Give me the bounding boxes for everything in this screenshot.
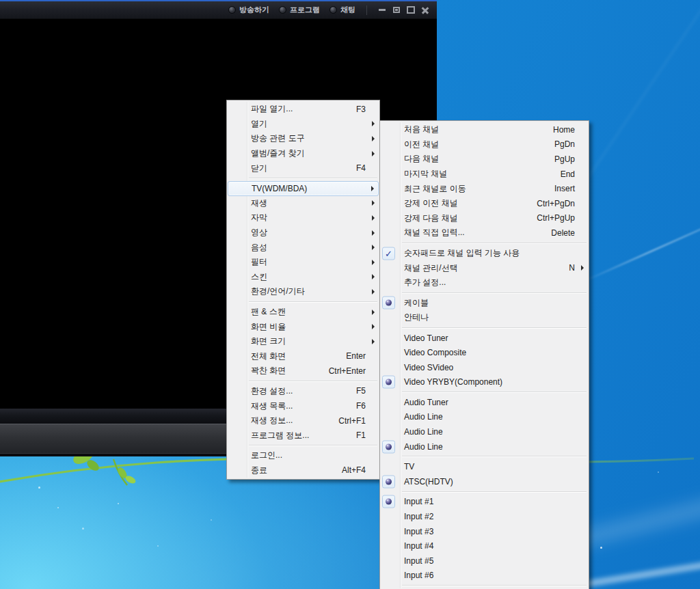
menu-item-label: 화면 비율 bbox=[251, 321, 286, 333]
tv-submenu-item-29[interactable]: Input #1 bbox=[381, 495, 588, 510]
restore-button[interactable] bbox=[390, 5, 403, 16]
titlebar[interactable]: 방송하기 프로그램 채팅 bbox=[0, 0, 437, 19]
context-menu-item-26[interactable]: 로그인... bbox=[228, 448, 379, 463]
menu-separator bbox=[228, 443, 379, 448]
context-menu-item-10[interactable]: 음성 bbox=[228, 240, 379, 255]
context-menu-item-19[interactable]: 꽉찬 화면Ctrl+Enter bbox=[228, 364, 379, 379]
menu-item-label: ATSC(HDTV) bbox=[404, 477, 453, 487]
tv-submenu-item-18[interactable]: Video SVideo bbox=[381, 360, 588, 375]
separator-line bbox=[402, 292, 587, 294]
tv-submenu-item-21[interactable]: Audio Tuner bbox=[381, 395, 588, 410]
menu-item-label: 필터 bbox=[251, 256, 267, 268]
context-menu-item-8[interactable]: 자막 bbox=[228, 210, 379, 225]
context-menu-item-24[interactable]: 프로그램 정보...F1 bbox=[228, 428, 379, 443]
tv-submenu-item-5[interactable]: 강제 이전 채널Ctrl+PgDn bbox=[381, 196, 588, 211]
context-menu-item-6[interactable]: TV(WDM/BDA) bbox=[228, 181, 379, 196]
tv-submenu-item-3[interactable]: 마지막 채널End bbox=[381, 167, 588, 182]
menu-item-label: 다음 채널 bbox=[404, 153, 439, 165]
sparkle-dot bbox=[38, 487, 40, 489]
chat-button[interactable]: 채팅 bbox=[329, 5, 355, 15]
tv-submenu-item-32[interactable]: Input #4 bbox=[381, 538, 588, 553]
tv-submenu-item-27[interactable]: ATSC(HDTV) bbox=[381, 474, 588, 489]
menu-separator bbox=[228, 379, 379, 384]
tv-submenu-item-24[interactable]: Audio Line bbox=[381, 439, 588, 454]
tv-submenu-item-16[interactable]: Video Tuner bbox=[381, 331, 588, 346]
context-menu-item-11[interactable]: 필터 bbox=[228, 255, 379, 270]
context-menu-item-9[interactable]: 영상 bbox=[228, 225, 379, 241]
menu-item-label: 재생 목록... bbox=[251, 400, 293, 412]
menu-item-label: Video Tuner bbox=[404, 333, 448, 343]
menu-item-label: 앨범/즐겨 찾기 bbox=[251, 148, 305, 159]
menu-separator bbox=[228, 299, 379, 305]
titlebar-divider bbox=[366, 5, 367, 15]
context-menu-item-22[interactable]: 재생 목록...F6 bbox=[228, 398, 379, 413]
context-menu-item-16[interactable]: 화면 비율 bbox=[228, 319, 379, 334]
minimize-icon bbox=[379, 9, 386, 11]
context-menu-item-12[interactable]: 스킨 bbox=[228, 270, 379, 285]
menu-item-shortcut: Home bbox=[553, 125, 575, 135]
menu-item-shortcut: PgDn bbox=[554, 139, 575, 149]
context-menu-item-21[interactable]: 환경 설정...F5 bbox=[228, 384, 379, 399]
context-menu-item-18[interactable]: 전체 화면Enter bbox=[228, 349, 379, 364]
tv-submenu-item-14[interactable]: 안테나 bbox=[381, 310, 588, 325]
fullscreen-button[interactable] bbox=[405, 5, 417, 16]
menu-item-label: 케이블 bbox=[404, 297, 429, 309]
context-menu-item-2[interactable]: 방송 관련 도구 bbox=[228, 131, 379, 146]
context-menu-item-4[interactable]: 닫기F4 bbox=[228, 161, 379, 176]
tv-submenu-item-34[interactable]: Input #6 bbox=[381, 569, 588, 584]
broadcast-button[interactable]: 방송하기 bbox=[228, 5, 269, 15]
sparkle-dot bbox=[82, 528, 84, 530]
menu-item-label: Input #6 bbox=[404, 571, 433, 580]
menu-item-label: 재생 bbox=[251, 197, 267, 209]
menu-item-label: 추가 설정... bbox=[404, 277, 446, 288]
tv-submenu-item-33[interactable]: Input #5 bbox=[381, 553, 588, 569]
tv-submenu-item-10[interactable]: 채널 관리/선택N bbox=[381, 260, 588, 275]
tv-submenu-item-11[interactable]: 추가 설정... bbox=[381, 275, 588, 290]
menu-item-label: 열기 bbox=[251, 118, 267, 130]
separator-line bbox=[402, 392, 587, 393]
radio-bullet-icon bbox=[382, 297, 395, 310]
menu-item-label: 전체 화면 bbox=[251, 351, 286, 362]
tv-submenu-item-0[interactable]: 처음 채널Home bbox=[381, 122, 588, 137]
program-button-label: 프로그램 bbox=[290, 5, 320, 15]
radio-bullet-icon bbox=[382, 376, 395, 389]
tv-submenu-item-19[interactable]: Video YRYBY(Component) bbox=[381, 375, 588, 390]
menu-item-label: TV bbox=[404, 462, 414, 471]
menu-item-shortcut: PgUp bbox=[554, 154, 575, 164]
context-menu-item-13[interactable]: 환경/언어/기타 bbox=[228, 284, 379, 299]
sparkle-dot bbox=[118, 503, 119, 504]
context-menu-item-17[interactable]: 화면 크기 bbox=[228, 334, 379, 349]
tv-submenu-item-23[interactable]: Audio Line bbox=[381, 424, 588, 439]
context-menu-item-27[interactable]: 종료Alt+F4 bbox=[228, 463, 379, 478]
context-menu-item-15[interactable]: 팬 & 스캔 bbox=[228, 305, 379, 320]
tv-submenu-item-1[interactable]: 이전 채널PgDn bbox=[381, 137, 588, 152]
separator-line bbox=[249, 301, 377, 303]
tv-submenu-item-9[interactable]: ✓숫자패드로 채널 입력 기능 사용 bbox=[381, 246, 588, 261]
close-button[interactable] bbox=[419, 5, 431, 16]
tv-submenu-item-22[interactable]: Audio Line bbox=[381, 410, 588, 425]
menu-separator bbox=[381, 389, 588, 395]
radio-glyph bbox=[386, 443, 392, 450]
menu-item-label: Input #2 bbox=[404, 512, 433, 521]
tv-submenu-item-30[interactable]: Input #2 bbox=[381, 509, 588, 524]
tv-submenu-item-31[interactable]: Input #3 bbox=[381, 524, 588, 539]
tv-submenu-item-13[interactable]: 케이블 bbox=[381, 296, 588, 311]
context-menu-item-1[interactable]: 열기 bbox=[228, 117, 379, 132]
tv-submenu-item-4[interactable]: 최근 채널로 이동Insert bbox=[381, 181, 588, 196]
context-menu-item-3[interactable]: 앨범/즐겨 찾기 bbox=[228, 146, 379, 161]
tv-submenu-item-6[interactable]: 강제 다음 채널Ctrl+PgUp bbox=[381, 211, 588, 226]
context-menu-item-7[interactable]: 재생 bbox=[228, 196, 379, 211]
menu-item-label: 프로그램 정보... bbox=[251, 430, 309, 441]
program-button[interactable]: 프로그램 bbox=[279, 5, 320, 15]
menu-item-label: 재생 정보... bbox=[251, 415, 293, 426]
menu-item-shortcut: Ctrl+PgUp bbox=[537, 213, 575, 223]
tv-submenu-item-7[interactable]: 채널 직접 입력...Delete bbox=[381, 225, 588, 241]
minimize-button[interactable] bbox=[376, 5, 388, 16]
tv-submenu-item-2[interactable]: 다음 채널PgUp bbox=[381, 152, 588, 167]
tv-submenu-item-17[interactable]: Video Composite bbox=[381, 345, 588, 360]
context-menu-item-23[interactable]: 재생 정보...Ctrl+F1 bbox=[228, 413, 379, 428]
tv-submenu-item-26[interactable]: TV bbox=[381, 459, 588, 474]
menu-item-shortcut: F1 bbox=[356, 430, 366, 440]
separator-line bbox=[402, 456, 587, 457]
context-menu-item-0[interactable]: 파일 열기...F3 bbox=[228, 102, 379, 117]
